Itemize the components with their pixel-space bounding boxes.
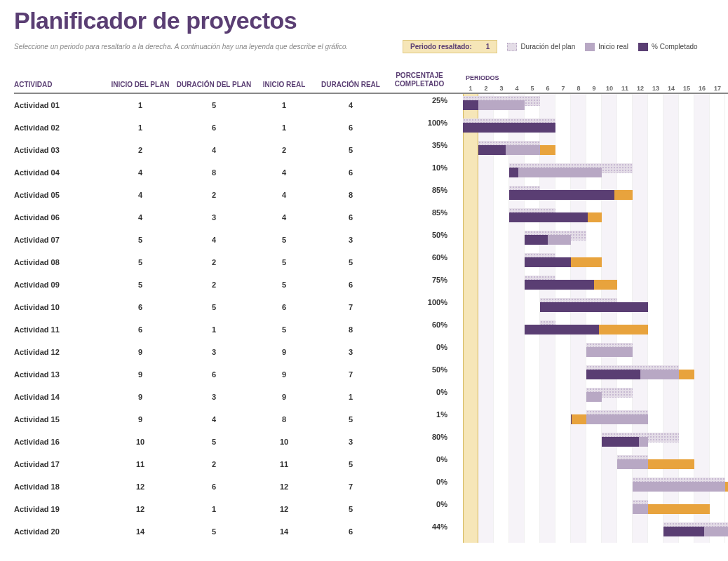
table-header: ACTIVIDAD INICIO DEL PLAN DURACIÓN DEL P… [14, 60, 463, 94]
cell-plan-start: 2 [105, 146, 175, 154]
table-row[interactable]: Actividad 09525675% [14, 273, 463, 296]
bar-overrun [571, 414, 586, 424]
cell-actual-start: 14 [252, 527, 316, 536]
table-row[interactable]: Actividad 07545350% [14, 229, 463, 251]
cell-plan-start: 9 [105, 393, 175, 401]
cell-activity: Actividad 15 [14, 415, 105, 424]
legend-real-label: Inicio real [598, 43, 628, 50]
table-row[interactable]: Actividad 05424885% [14, 184, 463, 206]
cell-actual-dur: 4 [316, 101, 386, 109]
cell-actual-start: 8 [252, 415, 316, 424]
period-number[interactable]: 10 [602, 85, 617, 92]
cell-actual-start: 4 [252, 213, 316, 222]
period-number[interactable]: 3 [494, 85, 509, 92]
cell-actual-dur: 7 [316, 482, 386, 491]
table-row[interactable]: Actividad 01151425% [14, 94, 463, 116]
cell-actual-dur: 7 [316, 370, 386, 379]
page-title: Planificador de proyectos [14, 7, 714, 34]
table-row[interactable]: Actividad 1293930% [14, 341, 463, 363]
cell-activity: Actividad 19 [14, 505, 105, 513]
cell-pct: 80% [386, 433, 453, 442]
cell-plan-dur: 3 [175, 348, 252, 356]
table-row[interactable]: Actividad 03242535% [14, 139, 463, 161]
period-number[interactable]: 16 [694, 85, 710, 92]
bar-completed [540, 302, 648, 312]
highlight-value: 1 [486, 43, 490, 50]
period-number[interactable]: 2 [478, 85, 494, 92]
col-pct: PORCENTAJE COMPLETADO [386, 72, 453, 88]
period-number[interactable]: 1 [463, 85, 478, 92]
period-number[interactable]: 5 [525, 85, 540, 92]
cell-activity: Actividad 01 [14, 101, 105, 109]
cell-actual-dur: 6 [316, 123, 386, 132]
cell-actual-dur: 5 [316, 415, 386, 424]
table-row[interactable]: Actividad 2014514644% [14, 520, 463, 543]
cell-plan-dur: 4 [175, 415, 252, 424]
cell-actual-start: 10 [252, 438, 316, 446]
table-row[interactable]: Actividad 106567100% [14, 296, 463, 318]
period-number[interactable]: 6 [540, 85, 555, 92]
cell-pct: 0% [386, 343, 453, 352]
table-row[interactable]: Actividad 1594851% [14, 408, 463, 431]
period-number[interactable]: 4 [509, 85, 525, 92]
cell-plan-dur: 2 [175, 258, 252, 266]
gantt-row [463, 363, 728, 386]
period-number[interactable]: 17 [710, 85, 725, 92]
cell-pct: 10% [386, 163, 453, 173]
swatch-plan-icon [507, 43, 517, 51]
table-row[interactable]: Actividad 06434685% [14, 206, 463, 229]
legend-item-comp: % Completado [638, 43, 698, 51]
cell-plan-dur: 2 [175, 191, 252, 199]
table-row[interactable]: Actividad 11615860% [14, 318, 463, 341]
table-row[interactable]: Actividad 08525560% [14, 251, 463, 273]
period-number[interactable]: 7 [555, 85, 571, 92]
bar-completed [602, 437, 639, 447]
bar-overrun [648, 504, 710, 514]
gantt-row [463, 94, 728, 116]
bar-completed [525, 257, 571, 267]
cell-plan-dur: 5 [175, 438, 252, 446]
cell-activity: Actividad 13 [14, 370, 105, 379]
bar-overrun [648, 459, 694, 469]
period-numbers: 1234567891011121314151617 [463, 84, 728, 94]
cell-plan-start: 9 [105, 348, 175, 356]
period-number[interactable]: 12 [633, 85, 648, 92]
table-row[interactable]: Actividad 191211250% [14, 498, 463, 520]
table-row[interactable]: Actividad 1610510380% [14, 431, 463, 453]
period-number[interactable]: 8 [571, 85, 586, 92]
highlight-period-box[interactable]: Periodo resaltado: 1 [403, 40, 497, 53]
legend-comp-label: % Completado [652, 43, 698, 50]
table-row[interactable]: Actividad 021616100% [14, 116, 463, 139]
period-number[interactable]: 11 [617, 85, 633, 92]
table-row[interactable]: Actividad 04484610% [14, 161, 463, 184]
period-number[interactable]: 14 [663, 85, 679, 92]
col-actual-dur: DURACIÓN REAL [316, 81, 386, 88]
cell-plan-start: 1 [105, 101, 175, 109]
cell-actual-dur: 3 [316, 348, 386, 356]
cell-activity: Actividad 10 [14, 303, 105, 311]
bar-overrun [540, 145, 555, 155]
cell-activity: Actividad 03 [14, 146, 105, 154]
period-number[interactable]: 9 [586, 85, 602, 92]
cell-activity: Actividad 12 [14, 348, 105, 356]
cell-plan-start: 6 [105, 303, 175, 311]
table-row[interactable]: Actividad 171121150% [14, 453, 463, 475]
cell-plan-start: 6 [105, 325, 175, 334]
cell-plan-dur: 3 [175, 213, 252, 222]
cell-pct: 75% [386, 276, 453, 285]
cell-plan-start: 9 [105, 370, 175, 379]
cell-plan-dur: 5 [175, 303, 252, 311]
cell-actual-start: 2 [252, 146, 316, 154]
cell-pct: 0% [386, 388, 453, 397]
table-row[interactable]: Actividad 181261270% [14, 475, 463, 498]
cell-pct: 25% [386, 96, 453, 105]
bar-completed [463, 100, 478, 110]
table-row[interactable]: Actividad 13969750% [14, 363, 463, 386]
table-row[interactable]: Actividad 1493910% [14, 386, 463, 408]
cell-plan-start: 4 [105, 191, 175, 199]
period-number[interactable]: 15 [679, 85, 694, 92]
cell-plan-start: 4 [105, 213, 175, 222]
cell-activity: Actividad 06 [14, 213, 105, 222]
cell-activity: Actividad 08 [14, 258, 105, 266]
period-number[interactable]: 13 [648, 85, 663, 92]
